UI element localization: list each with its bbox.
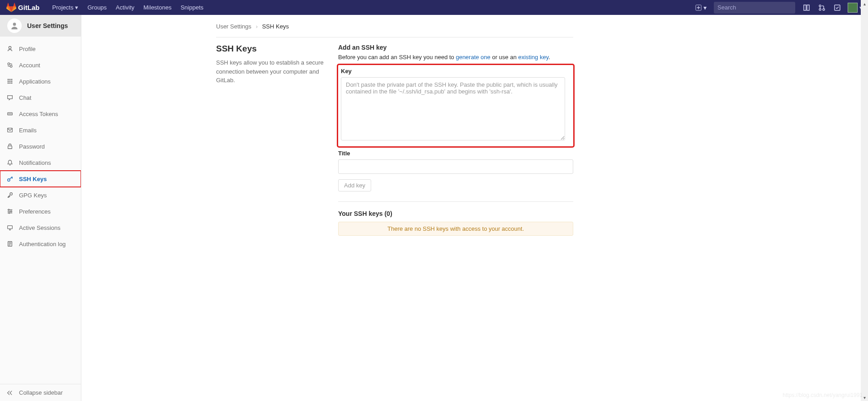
sidebar-item-access-tokens[interactable]: Access Tokens xyxy=(0,106,81,122)
search-box[interactable] xyxy=(714,2,795,14)
breadcrumb-current: SSH Keys xyxy=(262,23,289,30)
chat-icon xyxy=(6,94,14,101)
sidebar-title: User Settings xyxy=(27,22,68,29)
brand-name: GitLab xyxy=(18,4,40,11)
key2-icon xyxy=(6,192,14,198)
monitor-icon xyxy=(6,224,14,231)
breadcrumb: User Settings › SSH Keys xyxy=(216,20,573,37)
nav-activity[interactable]: Activity xyxy=(111,0,139,15)
mail-icon xyxy=(6,127,14,133)
sidebar-item-authentication-log[interactable]: Authentication log xyxy=(0,236,81,252)
nav-groups[interactable]: Groups xyxy=(83,0,111,15)
sidebar-item-label: Authentication log xyxy=(19,241,66,247)
sidebar-item-label: Account xyxy=(19,62,40,69)
sidebar-item-active-sessions[interactable]: Active Sessions xyxy=(0,219,81,236)
page-title: SSH Keys xyxy=(216,44,329,54)
title-input[interactable] xyxy=(338,159,573,174)
sidebar-item-ssh-keys[interactable]: SSH Keys xyxy=(0,171,81,187)
svg-point-30 xyxy=(10,211,12,212)
ssh-keys-count: Your SSH keys (0) xyxy=(338,210,573,217)
sidebar-item-label: Profile xyxy=(19,46,36,52)
sidebar-item-label: GPG Keys xyxy=(19,192,47,199)
apps-icon xyxy=(6,78,14,84)
svg-rect-2 xyxy=(804,5,806,10)
add-key-button[interactable]: Add key xyxy=(338,179,371,191)
sidebar-item-gpg-keys[interactable]: GPG Keys xyxy=(0,187,81,203)
sidebar-item-chat[interactable]: Chat xyxy=(0,89,81,106)
sidebar-item-label: SSH Keys xyxy=(19,176,47,182)
svg-point-8 xyxy=(13,23,16,26)
svg-rect-26 xyxy=(8,146,12,149)
title-label: Title xyxy=(338,150,573,157)
sidebar-item-applications[interactable]: Applications xyxy=(0,73,81,89)
sidebar-item-label: Active Sessions xyxy=(19,224,61,231)
svg-rect-12 xyxy=(8,79,9,80)
bell-icon xyxy=(6,159,14,166)
sidebar-item-label: Preferences xyxy=(19,208,51,215)
issues-icon[interactable] xyxy=(800,0,813,15)
avatar xyxy=(848,3,858,13)
svg-point-11 xyxy=(10,65,12,67)
svg-rect-13 xyxy=(9,79,11,80)
sidebar-item-label: Applications xyxy=(19,78,51,85)
todos-icon[interactable] xyxy=(830,0,844,15)
new-dropdown[interactable]: ▾ xyxy=(693,4,709,11)
sidebar-item-emails[interactable]: Emails xyxy=(0,122,81,138)
sidebar-item-label: Emails xyxy=(19,127,37,134)
nav-projects[interactable]: Projects▾ xyxy=(48,0,83,15)
sidebar-item-profile[interactable]: Profile xyxy=(0,41,81,57)
search-input[interactable] xyxy=(717,4,793,11)
divider xyxy=(338,201,573,202)
key-label: Key xyxy=(341,68,565,75)
log-icon xyxy=(6,241,14,247)
sidebar-header[interactable]: User Settings xyxy=(0,15,81,37)
sidebar-item-account[interactable]: Account xyxy=(0,57,81,73)
svg-point-28 xyxy=(10,193,12,195)
sidebar-item-password[interactable]: Password xyxy=(0,138,81,154)
chevron-down-icon: ▾ xyxy=(75,4,78,11)
nav-milestones[interactable]: Milestones xyxy=(139,0,176,15)
sidebar-item-notifications[interactable]: Notifications xyxy=(0,154,81,171)
svg-point-23 xyxy=(10,114,10,114)
scroll-up-icon[interactable]: ▴ xyxy=(861,0,868,7)
svg-rect-32 xyxy=(8,226,13,229)
svg-rect-20 xyxy=(11,83,13,84)
svg-rect-14 xyxy=(11,79,13,80)
existing-key-link[interactable]: existing key xyxy=(518,54,548,61)
svg-point-27 xyxy=(8,179,10,181)
add-key-intro: Before you can add an SSH key you need t… xyxy=(338,54,573,61)
gitlab-logo[interactable]: GitLab xyxy=(4,3,42,13)
svg-point-4 xyxy=(819,5,821,7)
svg-point-29 xyxy=(8,209,9,210)
add-key-heading: Add an SSH key xyxy=(338,44,573,51)
scrollbar[interactable]: ▴ ▾ xyxy=(861,0,868,254)
generate-one-link[interactable]: generate one xyxy=(456,54,491,61)
breadcrumb-parent[interactable]: User Settings xyxy=(216,23,251,30)
key-icon xyxy=(6,176,14,182)
top-navbar: GitLab Projects▾ Groups Activity Milesto… xyxy=(0,0,868,15)
key-field-block: Key xyxy=(338,65,573,146)
merge-requests-icon[interactable] xyxy=(815,0,829,15)
prefs-icon xyxy=(6,208,14,214)
user-icon xyxy=(10,22,19,30)
main-content: User Settings › SSH Keys SSH Keys SSH ke… xyxy=(81,15,868,254)
svg-rect-25 xyxy=(8,128,13,132)
lock-icon xyxy=(6,143,14,149)
nav-snippets[interactable]: Snippets xyxy=(176,0,208,15)
svg-point-10 xyxy=(8,63,9,65)
plus-icon xyxy=(695,5,702,11)
empty-keys-banner: There are no SSH keys with access to you… xyxy=(338,222,573,236)
account-icon xyxy=(6,62,14,68)
svg-rect-17 xyxy=(11,81,13,82)
sidebar: User Settings ProfileAccountApplications… xyxy=(0,15,81,254)
svg-rect-3 xyxy=(807,5,809,10)
svg-point-6 xyxy=(823,9,825,10)
breadcrumb-separator: › xyxy=(256,23,258,30)
key-textarea[interactable] xyxy=(341,77,565,140)
sidebar-item-preferences[interactable]: Preferences xyxy=(0,203,81,219)
svg-rect-15 xyxy=(8,81,9,82)
svg-rect-18 xyxy=(8,83,9,84)
chevron-down-icon: ▾ xyxy=(703,4,707,11)
svg-point-5 xyxy=(819,9,821,10)
svg-rect-16 xyxy=(9,81,11,82)
